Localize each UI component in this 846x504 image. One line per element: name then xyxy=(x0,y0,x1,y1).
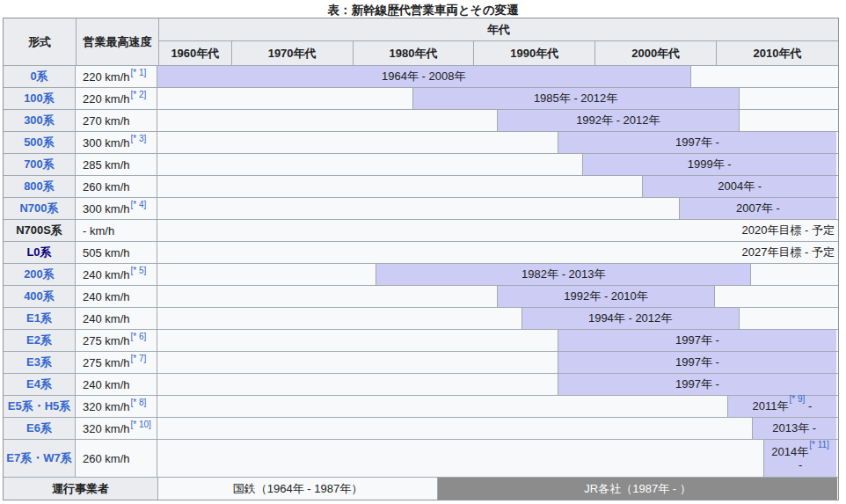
service-period-bar: 1997年 - xyxy=(558,330,836,351)
speed-cell: 275 km/h[* 6] xyxy=(76,330,157,351)
page-title: 表：新幹線歴代営業車両とその変遷 xyxy=(0,3,846,18)
speed-value: 300 km/h xyxy=(83,136,129,150)
model-cell[interactable]: E2系 xyxy=(4,330,76,351)
service-period-bar: 1997年 - xyxy=(558,132,836,153)
model-cell[interactable]: N700系 xyxy=(4,198,76,219)
model-cell: N700S系 xyxy=(4,220,76,241)
service-period-bar: 1964年 - 2008年 xyxy=(157,66,691,87)
decade-header: 2010年代 xyxy=(717,41,838,65)
model-link[interactable]: 700系 xyxy=(24,157,55,172)
timeline-cell: 2014年[* 11]- xyxy=(157,440,836,477)
model-cell[interactable]: 0系 xyxy=(4,66,76,87)
model-cell[interactable]: 100系 xyxy=(4,88,76,109)
model-link[interactable]: 400系 xyxy=(24,289,55,304)
service-period-bar: 1999年 - xyxy=(582,154,837,175)
model-link[interactable]: L0系 xyxy=(26,245,51,260)
decade-headers: 1960年代1970年代1980年代1990年代2000年代2010年代 xyxy=(159,41,838,65)
speed-cell: 220 km/h[* 2] xyxy=(76,88,157,109)
shinkansen-rolling-stock-table: 形式 営業最高速度 年代 1960年代1970年代1980年代1990年代200… xyxy=(3,18,839,500)
model-link[interactable]: E6系 xyxy=(26,420,52,436)
service-period-label: 1992年 - 2010年 xyxy=(564,289,647,304)
model-link[interactable]: 300系 xyxy=(24,113,55,128)
model-link[interactable]: E5系・H5系 xyxy=(8,398,71,414)
speed-value: 320 km/h xyxy=(83,422,129,435)
table-row: 200系 240 km/h[* 5] 1982年 - 2013年 xyxy=(4,264,838,286)
speed-cell: 240 km/h xyxy=(76,308,157,329)
model-cell[interactable]: E7系・W7系 xyxy=(4,440,76,477)
speed-cell: 505 km/h xyxy=(76,242,157,263)
model-link[interactable]: E1系 xyxy=(26,310,52,326)
speed-cell: 240 km/h xyxy=(76,286,157,307)
model-link[interactable]: 200系 xyxy=(24,267,55,282)
model-cell[interactable]: 700系 xyxy=(4,154,76,175)
model-cell[interactable]: E4系 xyxy=(4,374,76,395)
model-cell[interactable]: 300系 xyxy=(4,110,76,131)
footnote-ref[interactable]: [* 9] xyxy=(790,394,806,404)
model-link[interactable]: 800系 xyxy=(24,179,55,194)
speed-value: 260 km/h xyxy=(83,180,129,194)
service-period-label: 2013年 - xyxy=(772,420,816,436)
service-period-label-line2: - xyxy=(799,458,802,471)
table-row: E2系 275 km/h[* 6] 1997年 - xyxy=(4,330,838,352)
model-cell[interactable]: 500系 xyxy=(4,132,76,153)
table-row: 400系 240 km/h 1992年 - 2010年 xyxy=(4,286,838,308)
model-cell[interactable]: E1系 xyxy=(4,308,76,329)
service-period-label: 1985年 - 2012年 xyxy=(534,91,617,106)
model-link[interactable]: 500系 xyxy=(24,135,55,150)
table-row: E3系 275 km/h[* 7] 1997年 - xyxy=(4,352,838,374)
speed-cell: - km/h xyxy=(76,220,157,241)
model-cell[interactable]: E5系・H5系 xyxy=(4,396,76,417)
service-period-label: 2014年[* 11] xyxy=(771,445,829,458)
model-cell[interactable]: E6系 xyxy=(4,418,76,439)
model-link[interactable]: E2系 xyxy=(26,332,52,348)
service-period-bar: 2013年 - xyxy=(752,418,837,439)
decade-header: 1990年代 xyxy=(474,41,595,65)
table-header: 形式 営業最高速度 年代 1960年代1970年代1980年代1990年代200… xyxy=(4,18,838,66)
speed-cell: 240 km/h[* 5] xyxy=(76,264,157,285)
table-row: 300系 270 km/h 1992年 - 2012年 xyxy=(4,110,838,132)
model-link[interactable]: N700系 xyxy=(19,201,58,216)
col-header-speed: 営業最高速度 xyxy=(77,18,159,65)
decade-header: 1980年代 xyxy=(354,41,475,65)
service-period-label: 2004年 - xyxy=(718,179,762,194)
model-cell[interactable]: E3系 xyxy=(4,352,76,373)
speed-value: 240 km/h xyxy=(83,268,129,281)
table-row: E1系 240 km/h 1994年 - 2012年 xyxy=(4,308,838,330)
model-link[interactable]: 100系 xyxy=(24,91,55,106)
speed-value: 505 km/h xyxy=(83,246,129,259)
speed-cell: 260 km/h xyxy=(76,176,157,197)
timeline-cell: 1992年 - 2010年 xyxy=(157,286,836,307)
footnote-ref[interactable]: [* 11] xyxy=(809,440,829,449)
speed-cell: 270 km/h xyxy=(76,110,157,131)
service-period-label: 1997年 - xyxy=(675,354,719,370)
speed-value: 285 km/h xyxy=(83,158,129,172)
speed-cell: 285 km/h xyxy=(76,154,157,175)
model-cell[interactable]: L0系 xyxy=(4,242,76,263)
service-period-bar: 1997年 - xyxy=(558,352,836,373)
model-link[interactable]: 0系 xyxy=(30,69,47,84)
model-cell[interactable]: 200系 xyxy=(4,264,76,285)
speed-cell: 275 km/h[* 7] xyxy=(76,352,157,373)
service-period-bar: 1992年 - 2012年 xyxy=(497,110,740,131)
model-cell[interactable]: 400系 xyxy=(4,286,76,307)
timeline-cell: 1994年 - 2012年 xyxy=(157,308,836,329)
model-link[interactable]: E7系・W7系 xyxy=(6,450,71,466)
speed-cell: 240 km/h xyxy=(76,374,157,395)
service-period-label: 1982年 - 2013年 xyxy=(521,267,605,282)
speed-value: 260 km/h xyxy=(83,452,129,465)
service-period-label: 1997年 - xyxy=(675,376,719,392)
model-link[interactable]: E3系 xyxy=(26,354,52,370)
speed-value: 240 km/h xyxy=(83,290,129,303)
table-row: N700系 300 km/h[* 4] 2007年 - xyxy=(4,198,838,220)
model-link[interactable]: E4系 xyxy=(26,376,52,392)
service-period-label: 1999年 - xyxy=(688,157,732,172)
model-cell[interactable]: 800系 xyxy=(4,176,76,197)
speed-value: 270 km/h xyxy=(83,114,129,128)
decade-header: 1970年代 xyxy=(232,41,354,65)
table-row: 500系 300 km/h[* 3] 1997年 - xyxy=(4,132,838,154)
timeline-cell: 1982年 - 2013年 xyxy=(157,264,836,285)
timeline-cell: 1997年 - xyxy=(157,132,836,153)
service-period-bar: 1994年 - 2012年 xyxy=(521,308,740,329)
speed-value: 320 km/h xyxy=(83,400,129,413)
table-row: E4系 240 km/h 1997年 - xyxy=(4,374,838,396)
